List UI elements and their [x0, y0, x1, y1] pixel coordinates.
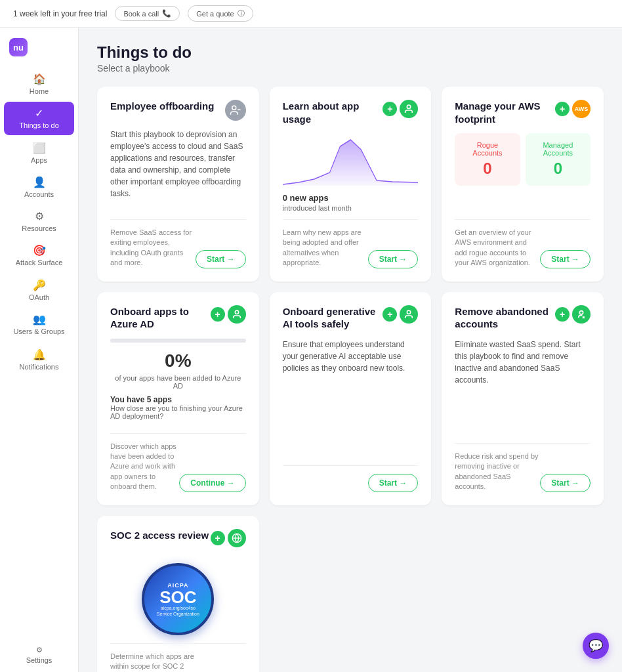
card-header: Onboard apps to Azure AD +: [110, 305, 246, 331]
soc2-badge: AICPA SOC aicpa.org/soc4so Service Organ…: [110, 563, 246, 635]
card-body: Eliminate wasted SaaS spend. Start this …: [455, 339, 591, 432]
sidebar-item-accounts[interactable]: 👤 Accounts: [4, 171, 74, 203]
attack-surface-icon: 🎯: [33, 244, 46, 257]
sidebar-item-oauth[interactable]: 🔑 OAuth: [4, 274, 74, 306]
card-icon-group: +: [383, 100, 418, 118]
card-title: Employee offboarding: [110, 100, 214, 113]
card-employee-offboarding: Employee offboarding: [97, 87, 259, 282]
svg-point-3: [235, 310, 238, 314]
start-button-aws[interactable]: Start →: [540, 250, 591, 268]
soc2-circle: AICPA SOC aicpa.org/soc4so Service Organ…: [142, 563, 214, 635]
card-title: Manage your AWS footprint: [455, 100, 555, 125]
app-layout: nu 🏠 Home ✓ Things to do ⬜ Apps 👤 Accoun…: [0, 28, 622, 672]
footer-text: Get an overview of your AWS environment …: [455, 228, 540, 268]
sidebar-item-users-groups[interactable]: 👥 Users & Groups: [4, 308, 74, 341]
rogue-label: Rogue Accounts: [463, 141, 512, 157]
card-footer: Learn why new apps are being adopted and…: [283, 219, 419, 268]
card-title: Remove abandoned accounts: [455, 305, 555, 331]
card-footer: Discover which apps have been added to A…: [110, 433, 246, 492]
sidebar-item-attack-surface[interactable]: 🎯 Attack Surface: [4, 239, 74, 272]
card-azure-ad: Onboard apps to Azure AD + 0%: [97, 292, 259, 505]
managed-accounts-box: Managed Accounts 0: [526, 133, 591, 186]
start-button-ai[interactable]: Start →: [368, 474, 419, 492]
card-title: Onboard generative AI tools safely: [283, 305, 383, 331]
aws-icon: AWS: [572, 100, 591, 118]
continue-button-azure[interactable]: Continue →: [179, 474, 245, 492]
start-button-abandoned[interactable]: Start →: [540, 474, 591, 492]
sidebar-item-things-to-do[interactable]: ✓ Things to do: [4, 102, 74, 135]
card-footer: Remove SaaS access for exiting employees…: [110, 219, 246, 268]
azure-user-icon: [228, 305, 246, 324]
plus-icon: +: [555, 102, 570, 116]
start-button-offboarding[interactable]: Start →: [196, 250, 246, 268]
page-subtitle: Select a playbook: [97, 63, 604, 74]
main-content: Things to do Select a playbook Employee …: [79, 28, 622, 672]
progress-label: of your apps have been added to Azure AD: [110, 374, 246, 390]
logo-icon: nu: [9, 38, 28, 56]
svg-point-2: [407, 105, 411, 108]
plus-icon: +: [383, 307, 397, 322]
apps-icon: ⬜: [33, 142, 46, 154]
new-apps-label: introduced last month: [283, 204, 352, 212]
card-icon-group: [225, 100, 246, 121]
footer-text: Determine which apps are within scope fo…: [110, 652, 196, 672]
svg-point-5: [579, 310, 583, 314]
managed-value: 0: [533, 159, 583, 178]
chat-bubble[interactable]: 💬: [583, 633, 609, 659]
footer-text: Reduce risk and spend by removing inacti…: [455, 452, 540, 492]
sidebar: nu 🏠 Home ✓ Things to do ⬜ Apps 👤 Accoun…: [0, 28, 79, 672]
card-icon-group: + AWS: [555, 100, 591, 118]
accounts-icon: 👤: [33, 176, 46, 188]
ai-user-icon: [400, 305, 418, 324]
card-icon-group: +: [383, 305, 418, 324]
card-generative-ai: Onboard generative AI tools safely + Ens…: [270, 292, 432, 505]
sidebar-item-resources[interactable]: ⚙ Resources: [4, 205, 74, 238]
sidebar-item-settings[interactable]: ⚙ Settings: [4, 640, 74, 669]
footer-text: Discover which apps have been added to A…: [110, 442, 179, 492]
soc2-row: SOC 2 access review +: [97, 516, 604, 672]
banner-text: 1 week left in your free trial: [13, 9, 107, 18]
chat-icon: 💬: [589, 639, 603, 653]
user-minus-icon: [225, 100, 246, 121]
cards-grid: Employee offboarding: [97, 87, 604, 505]
resources-icon: ⚙: [35, 210, 44, 222]
new-apps-stats: 0 new apps introduced last month: [283, 193, 419, 213]
book-call-button[interactable]: Book a call 📞: [115, 6, 180, 21]
sidebar-item-home[interactable]: 🏠 Home: [4, 68, 74, 100]
managed-label: Managed Accounts: [533, 141, 583, 157]
card-header: Remove abandoned accounts +: [455, 305, 591, 331]
card-header: SOC 2 access review +: [110, 529, 246, 547]
app-usage-chart: [283, 133, 419, 188]
card-title: Learn about app usage: [283, 100, 383, 125]
sidebar-spacer: [0, 377, 78, 640]
page-title: Things to do: [97, 43, 604, 62]
notifications-icon: 🔔: [33, 348, 46, 361]
rogue-value: 0: [463, 159, 512, 178]
sidebar-item-apps[interactable]: ⬜ Apps: [4, 136, 74, 169]
svg-point-0: [232, 106, 236, 110]
card-title: Onboard apps to Azure AD: [110, 305, 211, 331]
card-remove-abandoned: Remove abandoned accounts + Eli: [442, 292, 604, 505]
you-have-text: You have 5 apps: [110, 395, 246, 404]
new-apps-count: 0 new apps: [283, 193, 329, 203]
card-header: Learn about app usage +: [283, 100, 419, 125]
progress-percent: 0%: [110, 350, 246, 371]
get-quote-button[interactable]: Get a quote ⓘ: [188, 5, 253, 22]
card-aws-footprint: Manage your AWS footprint + AWS Rogue Ac…: [442, 87, 604, 282]
you-have-sub: How close are you to finishing your Azur…: [110, 404, 246, 420]
sidebar-logo: nu: [0, 33, 78, 67]
card-learn-app-usage: Learn about app usage +: [270, 87, 432, 282]
rogue-accounts-box: Rogue Accounts 0: [455, 133, 520, 186]
sidebar-item-notifications[interactable]: 🔔 Notifications: [4, 343, 74, 376]
card-footer: Determine which apps are within scope fo…: [110, 643, 246, 672]
start-button-app-usage[interactable]: Start →: [368, 250, 419, 268]
globe-icon: [228, 529, 246, 547]
card-title: SOC 2 access review: [110, 529, 209, 542]
card-header: Onboard generative AI tools safely +: [283, 305, 419, 331]
card-icon-group: +: [211, 529, 246, 547]
card-header: Employee offboarding: [110, 100, 246, 121]
plus-icon: +: [555, 307, 570, 322]
home-icon: 🏠: [33, 73, 46, 85]
card-icon-group: +: [211, 305, 246, 324]
footer-text: Learn why new apps are being adopted and…: [283, 228, 368, 268]
